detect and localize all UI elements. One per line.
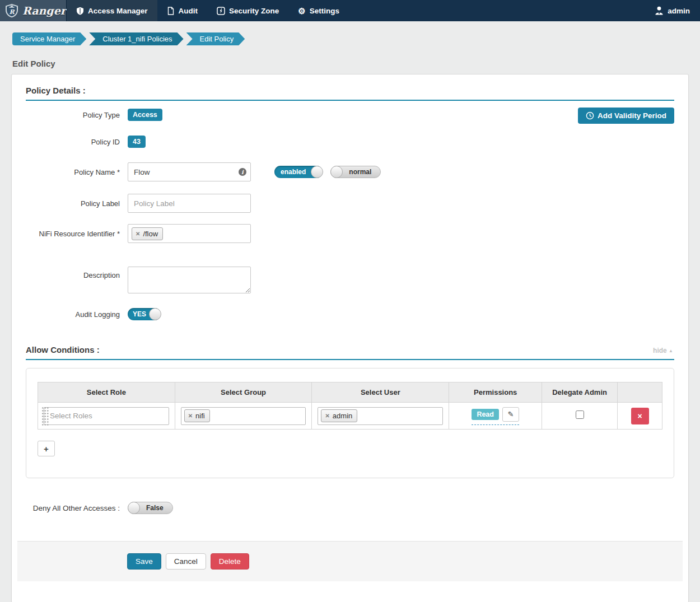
col-select-user: Select User xyxy=(312,382,449,403)
user-tag: ✕ admin xyxy=(321,409,357,422)
pencil-icon: ✎ xyxy=(508,410,514,418)
col-select-role: Select Role xyxy=(38,382,175,403)
select-group-input[interactable]: ✕ nifi xyxy=(181,407,306,425)
toggle-knob xyxy=(128,502,140,514)
resource-identifier-input[interactable]: ✕ /flow xyxy=(128,224,251,243)
allow-conditions-heading: Allow Conditions : hide ▲ xyxy=(26,345,674,360)
cancel-button[interactable]: Cancel xyxy=(166,553,206,570)
hide-section-link[interactable]: hide ▲ xyxy=(653,347,673,354)
bolt-square-icon xyxy=(217,7,225,15)
username: admin xyxy=(668,7,690,15)
add-validity-period-button[interactable]: Add Validity Period xyxy=(578,108,674,124)
add-row-button[interactable]: + xyxy=(38,441,55,456)
col-permissions: Permissions xyxy=(449,382,542,403)
nav-tab-label: Security Zone xyxy=(229,7,279,15)
gear-icon: ⚙ xyxy=(298,7,305,15)
save-button[interactable]: Save xyxy=(127,553,161,570)
policy-id-label: Policy ID xyxy=(26,138,120,146)
allow-conditions-panel: Select Role Select Group Select User Per… xyxy=(26,368,674,478)
drag-handle[interactable] xyxy=(41,407,49,426)
conditions-table: Select Role Select Group Select User Per… xyxy=(38,382,662,430)
policy-label-input[interactable] xyxy=(128,194,251,213)
ranger-shield-icon: R xyxy=(4,3,19,18)
condition-row: ✕ nifi ✕ admin xyxy=(38,403,662,430)
caret-up-icon: ▲ xyxy=(669,348,673,353)
svg-text:R: R xyxy=(9,8,15,16)
nav-tab-settings[interactable]: ⚙ Settings xyxy=(288,0,349,21)
clock-icon xyxy=(586,111,594,120)
breadcrumb-policies[interactable]: Cluster 1_nifi Policies xyxy=(89,32,183,45)
permission-badge: Read xyxy=(472,409,499,420)
description-label: Description xyxy=(26,271,120,279)
nav-tab-security-zone[interactable]: Security Zone xyxy=(207,0,288,21)
policy-name-input[interactable] xyxy=(128,162,251,181)
edit-permissions-button[interactable]: ✎ xyxy=(502,407,519,422)
nav-tabs: Access Manager Audit Security Zone ⚙ Set… xyxy=(67,0,349,21)
brand-name: Ranger xyxy=(22,4,66,17)
chip-remove-icon[interactable]: ✕ xyxy=(188,413,193,419)
nav-tab-label: Access Manager xyxy=(88,7,148,15)
audit-logging-toggle[interactable]: YES xyxy=(128,308,161,320)
nav-tab-access-manager[interactable]: Access Manager xyxy=(67,0,157,21)
group-tag: ✕ nifi xyxy=(184,409,210,422)
delete-button[interactable]: Delete xyxy=(211,553,249,570)
user-menu[interactable]: admin xyxy=(645,0,700,21)
remove-row-button[interactable]: × xyxy=(631,408,649,424)
breadcrumb-edit-policy: Edit Policy xyxy=(186,32,245,45)
audit-logging-label: Audit Logging xyxy=(26,310,120,319)
table-header-row: Select Role Select Group Select User Per… xyxy=(38,382,662,403)
user-icon xyxy=(655,6,664,15)
document-icon xyxy=(167,7,175,15)
deny-all-toggle[interactable]: False xyxy=(128,502,173,514)
select-roles-input[interactable] xyxy=(44,407,169,425)
toggle-knob xyxy=(149,308,161,320)
policy-enabled-toggle[interactable]: enabled xyxy=(274,166,323,178)
edit-policy-card: Policy Details : Add Validity Period Pol… xyxy=(11,74,689,602)
toggle-knob xyxy=(311,166,323,178)
select-user-input[interactable]: ✕ admin xyxy=(318,407,443,425)
policy-id-badge: 43 xyxy=(128,136,146,148)
col-delegate-admin: Delegate Admin xyxy=(542,382,618,403)
policy-type-label: Policy Type xyxy=(26,111,120,119)
policy-label-label: Policy Label xyxy=(26,199,120,208)
breadcrumb: Service Manager Cluster 1_nifi Policies … xyxy=(12,32,689,45)
deny-all-label: Deny All Other Accesses : xyxy=(26,504,120,512)
chip-remove-icon[interactable]: ✕ xyxy=(325,413,329,419)
resource-identifier-label: NiFi Resource Identifier * xyxy=(26,230,120,238)
nav-tab-audit[interactable]: Audit xyxy=(157,0,208,21)
ranger-logo[interactable]: R Ranger xyxy=(0,0,67,21)
shield-icon xyxy=(76,7,84,15)
col-select-group: Select Group xyxy=(175,382,312,403)
form-actions: Save Cancel Delete xyxy=(17,541,683,581)
page-title: Edit Policy xyxy=(12,59,689,68)
info-icon: i xyxy=(239,168,246,176)
resource-tag: ✕ /flow xyxy=(132,227,163,240)
policy-name-label: Policy Name * xyxy=(26,168,120,176)
col-actions xyxy=(618,382,662,403)
permissions-editable: Read ✎ xyxy=(472,407,519,425)
nav-tab-label: Audit xyxy=(179,7,198,15)
nav-tab-label: Settings xyxy=(310,7,339,15)
policy-type-badge: Access xyxy=(128,109,162,121)
policy-details-heading: Policy Details : xyxy=(26,86,674,101)
chip-remove-icon[interactable]: ✕ xyxy=(136,231,140,237)
breadcrumb-service-manager[interactable]: Service Manager xyxy=(12,32,86,45)
delegate-admin-checkbox[interactable] xyxy=(576,410,584,419)
policy-override-toggle[interactable]: normal xyxy=(330,166,381,178)
description-textarea[interactable] xyxy=(128,267,251,293)
top-navbar: R Ranger Access Manager Audit Security Z… xyxy=(0,0,700,21)
toggle-knob xyxy=(330,166,343,178)
